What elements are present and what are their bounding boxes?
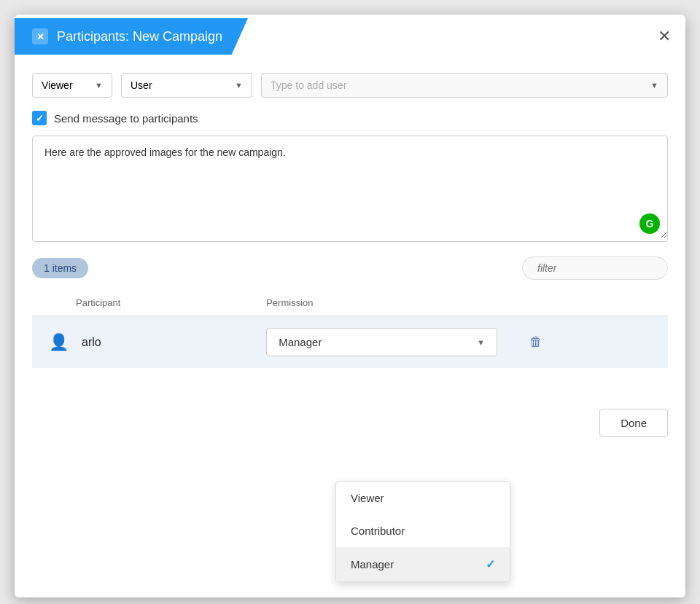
permission-value: Manager [279, 336, 322, 348]
dropdown-manager-label: Manager [351, 558, 394, 570]
viewer-select[interactable]: Viewer ▼ [32, 73, 112, 98]
dropdown-contributor-label: Contributor [351, 525, 405, 537]
message-textarea[interactable]: Here are the approved images for the new… [33, 136, 667, 238]
user-type-label: User [131, 79, 152, 91]
grammarly-icon[interactable]: G [639, 213, 660, 234]
viewer-select-label: Viewer [42, 79, 73, 91]
top-controls: Viewer ▼ User ▼ Type to add user ▼ [32, 73, 668, 98]
participant-avatar-icon: 👤 [44, 333, 73, 352]
send-message-label: Send message to participants [54, 112, 198, 125]
delete-participant-icon[interactable]: 🗑 [521, 332, 551, 352]
actions-column-header [509, 290, 668, 316]
participant-column-header: Participant [32, 290, 254, 316]
permission-column-header: Permission [254, 290, 509, 316]
send-message-checkbox[interactable] [32, 111, 47, 125]
type-to-add-chevron-icon: ▼ [650, 81, 658, 90]
table-row: 👤 arlo Manager ▼ 🗑 [32, 316, 668, 369]
items-filter-row: 1 items [32, 256, 668, 280]
modal-close-button[interactable]: ✕ [658, 28, 671, 44]
modal-footer: Done [15, 397, 685, 449]
participants-table: Participant Permission 👤 arlo Ma [32, 290, 668, 368]
user-type-chevron-icon: ▼ [235, 81, 243, 90]
items-badge: 1 items [32, 258, 88, 278]
participant-info: 👤 arlo [44, 333, 243, 352]
done-button[interactable]: Done [599, 409, 668, 437]
participant-name: arlo [82, 336, 101, 349]
permission-dropdown-menu: Viewer Contributor Manager ✓ [335, 481, 510, 582]
permission-dropdown[interactable]: Manager ▼ [266, 328, 497, 356]
type-to-add-dropdown[interactable]: Type to add user ▼ [261, 73, 668, 98]
dropdown-item-contributor[interactable]: Contributor [336, 514, 510, 547]
permission-chevron-icon: ▼ [477, 338, 485, 347]
modal-header: ✕ Participants: New Campaign ✕ [15, 15, 685, 58]
table-header: Participant Permission [32, 290, 668, 316]
message-textarea-wrapper: Here are the approved images for the new… [32, 136, 668, 242]
dropdown-item-manager[interactable]: Manager ✓ [336, 547, 510, 581]
user-type-select[interactable]: User ▼ [121, 73, 252, 98]
viewer-chevron-icon: ▼ [95, 81, 103, 90]
permission-cell: Manager ▼ [254, 316, 509, 369]
send-message-row: Send message to participants [32, 111, 668, 125]
modal-title: Participants: New Campaign [57, 29, 222, 44]
type-to-add-placeholder: Type to add user [271, 79, 346, 91]
dropdown-item-viewer[interactable]: Viewer [336, 482, 510, 514]
dropdown-viewer-label: Viewer [351, 492, 384, 504]
delete-cell: 🗑 [509, 316, 668, 369]
close-x-button[interactable]: ✕ [32, 28, 48, 44]
modal-title-banner: ✕ Participants: New Campaign [15, 18, 248, 55]
selected-checkmark-icon: ✓ [486, 557, 495, 571]
participants-modal: ✕ Participants: New Campaign ✕ Viewer ▼ … [15, 15, 685, 597]
table-body: 👤 arlo Manager ▼ 🗑 [32, 316, 668, 369]
participant-cell: 👤 arlo [32, 316, 254, 369]
filter-input[interactable] [522, 256, 668, 280]
modal-body: Viewer ▼ User ▼ Type to add user ▼ Send … [15, 58, 685, 383]
